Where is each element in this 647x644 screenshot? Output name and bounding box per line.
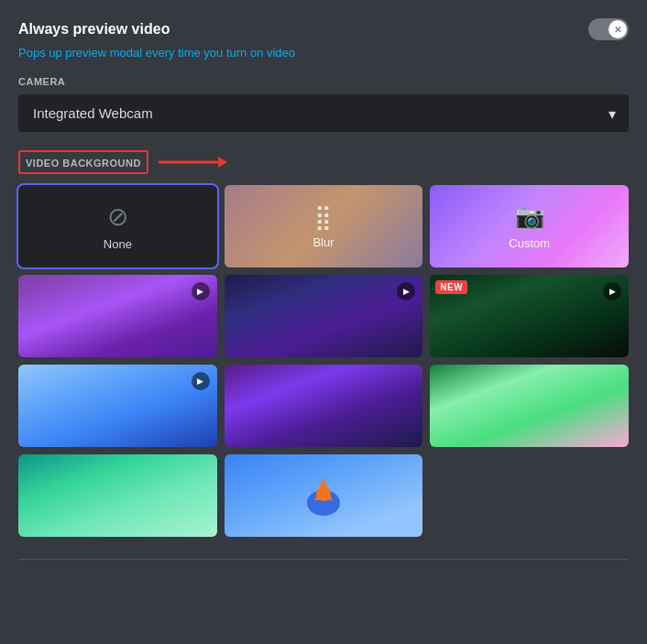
subtitle-action: turn on video (226, 46, 295, 60)
bg-item-custom[interactable]: 📷 Custom (430, 185, 629, 267)
play-btn-1[interactable]: ▶ (192, 282, 210, 300)
svg-point-4 (316, 486, 331, 501)
play-icon-3: ▶ (609, 287, 616, 296)
camera-dropdown[interactable]: Integrated Webcam (18, 94, 629, 132)
bg-item-space-mushroom[interactable]: ▶ (225, 275, 423, 357)
svg-marker-1 (218, 157, 227, 168)
header-row: Always preview video ✕ (18, 18, 629, 40)
toggle-x-icon: ✕ (614, 25, 621, 35)
blur-label: Blur (313, 235, 334, 249)
bg-item-tropical[interactable] (18, 454, 217, 537)
divider (18, 559, 629, 560)
bg-item-city-night[interactable] (225, 365, 423, 447)
video-bg-grid: ⊘ None ⣿ Blur 📷 Custom ▶ ▶ NEW ▶ ▶ (18, 185, 629, 537)
custom-label: Custom (509, 236, 550, 250)
bg-item-purple-mushroom[interactable]: ▶ (18, 275, 217, 357)
bg-item-mascot[interactable] (225, 454, 423, 537)
blur-overlay: ⣿ Blur (225, 185, 423, 267)
toggle-container[interactable]: ✕ (588, 18, 629, 40)
subtitle-static: Pops up preview modal every time you (18, 46, 226, 60)
none-icon: ⊘ (107, 202, 128, 232)
play-btn-4[interactable]: ▶ (192, 372, 210, 390)
camera-select-wrapper: Integrated Webcam ▾ (18, 94, 629, 132)
always-preview-toggle[interactable]: ✕ (588, 18, 629, 40)
bg-item-aerial[interactable] (430, 365, 629, 447)
play-icon-1: ▶ (197, 287, 203, 296)
bg-item-hacker[interactable]: NEW ▶ (430, 275, 629, 357)
blur-icon: ⣿ (314, 203, 332, 232)
bg-item-ice-road[interactable]: ▶ (18, 365, 217, 447)
mascot-icon (296, 468, 351, 523)
video-bg-label-box: VIDEO BACKGROUND (18, 150, 148, 174)
play-icon-2: ▶ (403, 287, 410, 296)
arrow-indicator-icon (154, 151, 227, 173)
video-bg-label-row: VIDEO BACKGROUND (18, 150, 629, 174)
bg-item-blur[interactable]: ⣿ Blur (225, 185, 423, 267)
bg-item-none[interactable]: ⊘ None (18, 185, 217, 267)
custom-add-icon: 📷 (515, 202, 544, 231)
play-icon-4: ▶ (197, 377, 203, 386)
new-badge: NEW (435, 280, 467, 294)
camera-section-label: CAMERA (18, 76, 629, 87)
toggle-knob: ✕ (609, 20, 627, 38)
subtitle: Pops up preview modal every time you tur… (18, 46, 629, 60)
play-btn-2[interactable]: ▶ (397, 282, 415, 300)
play-btn-3[interactable]: ▶ (603, 282, 621, 300)
page-title: Always preview video (18, 21, 170, 38)
video-bg-section-label: VIDEO BACKGROUND (26, 158, 141, 169)
none-label: None (104, 237, 132, 251)
